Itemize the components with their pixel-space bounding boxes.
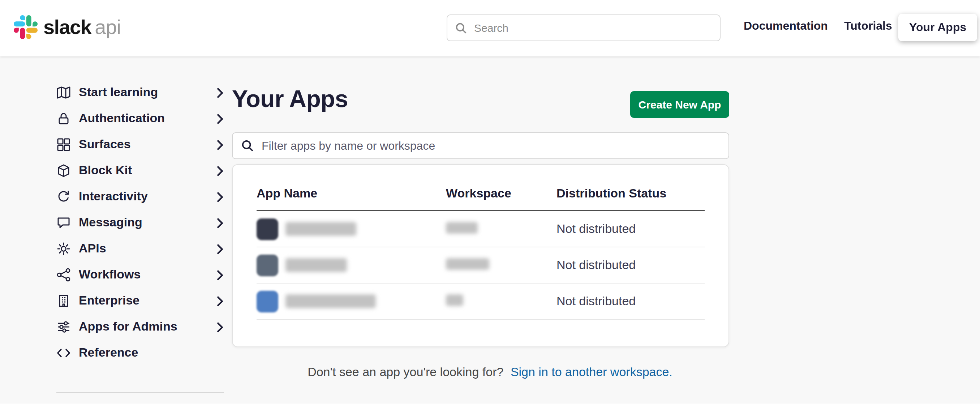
slack-api-logo[interactable]: slack api [14, 15, 121, 39]
sidebar-item-reference[interactable]: Reference [56, 340, 224, 366]
gear-icon [56, 242, 71, 256]
chevron-right-icon [216, 87, 224, 98]
sidebar-item-surfaces[interactable]: Surfaces [56, 132, 224, 158]
col-header-app-name: App Name [256, 187, 446, 201]
search-icon [455, 22, 467, 33]
table-row[interactable]: Not distributed [256, 284, 705, 320]
sidebar-item-label: Reference [79, 346, 224, 360]
sidebar-item-apis[interactable]: APIs [56, 236, 224, 262]
sidebar-item-label: Workflows [79, 268, 208, 282]
footer-prompt: Don't see an app you're looking for? [307, 365, 503, 379]
sliders-icon [56, 320, 71, 334]
sidebar: Start learning Authentication [56, 80, 224, 366]
app-icon [256, 290, 278, 312]
chevron-right-icon [216, 139, 224, 150]
sidebar-item-label: Surfaces [79, 137, 208, 152]
sidebar-item-label: Interactivity [79, 190, 208, 204]
chevron-right-icon [216, 269, 224, 280]
chevron-right-icon [216, 165, 224, 176]
footer-band [0, 403, 980, 413]
page: slack api Documentation Tutorials Your A… [0, 0, 980, 413]
distribution-status: Not distributed [557, 258, 705, 272]
table-header-row: App Name Workspace Distribution Status [256, 165, 705, 211]
app-icon [256, 254, 278, 276]
filter-search-icon [242, 140, 254, 152]
redacted-app-name [285, 258, 347, 272]
col-header-workspace: Workspace [446, 187, 557, 201]
sidebar-item-label: Authentication [79, 112, 208, 126]
table-row[interactable]: Not distributed [256, 247, 705, 284]
chevron-right-icon [216, 243, 224, 254]
sidebar-item-label: Start learning [79, 85, 208, 100]
chevron-right-icon [216, 113, 224, 124]
filter-apps-input[interactable] [260, 139, 720, 153]
workflow-icon [56, 268, 71, 282]
sidebar-item-workflows[interactable]: Workflows [56, 262, 224, 288]
sidebar-item-messaging[interactable]: Messaging [56, 210, 224, 236]
chevron-right-icon [216, 191, 224, 202]
logo-text: slack [43, 16, 91, 39]
apps-table-card: App Name Workspace Distribution Status N… [232, 164, 729, 347]
redacted-workspace [446, 294, 463, 306]
filter-apps-box[interactable] [232, 132, 729, 159]
code-icon [56, 346, 71, 360]
grid-icon [56, 137, 71, 152]
interactivity-icon [56, 190, 71, 204]
global-search[interactable] [447, 14, 721, 41]
sidebar-item-apps-for-admins[interactable]: Apps for Admins [56, 314, 224, 340]
footer-note: Don't see an app you're looking for? Sig… [0, 365, 980, 380]
sidebar-item-label: Messaging [79, 215, 208, 230]
top-header: slack api Documentation Tutorials Your A… [0, 0, 980, 56]
sidebar-item-label: APIs [79, 242, 208, 256]
redacted-workspace [446, 258, 489, 269]
sidebar-item-label: Enterprise [79, 293, 208, 308]
blocks-icon [56, 163, 71, 178]
chevron-right-icon [216, 295, 224, 306]
slack-logo-icon [14, 15, 38, 39]
lock-icon [56, 112, 71, 126]
distribution-status: Not distributed [557, 222, 705, 236]
sidebar-item-block-kit[interactable]: Block Kit [56, 158, 224, 184]
logo-suffix: api [95, 16, 121, 39]
page-title: Your Apps [232, 85, 348, 113]
redacted-workspace [446, 222, 478, 233]
redacted-app-name [285, 294, 376, 308]
chat-icon [56, 215, 71, 230]
sidebar-item-interactivity[interactable]: Interactivity [56, 184, 224, 210]
nav-tutorials[interactable]: Tutorials [844, 19, 892, 33]
sidebar-item-enterprise[interactable]: Enterprise [56, 288, 224, 314]
sidebar-item-label: Block Kit [79, 163, 208, 178]
search-input[interactable] [473, 21, 712, 35]
nav-your-apps-button[interactable]: Your Apps [898, 14, 977, 41]
app-icon [256, 218, 278, 240]
redacted-app-name [285, 222, 356, 236]
sidebar-divider [56, 392, 224, 393]
building-icon [56, 293, 71, 308]
sidebar-item-start-learning[interactable]: Start learning [56, 80, 224, 105]
map-icon [56, 85, 71, 100]
sidebar-item-label: Apps for Admins [79, 320, 208, 334]
chevron-right-icon [216, 217, 224, 228]
sign-in-workspace-link[interactable]: Sign in to another workspace. [511, 365, 673, 379]
create-new-app-button[interactable]: Create New App [630, 91, 729, 118]
chevron-right-icon [216, 322, 224, 332]
distribution-status: Not distributed [557, 294, 705, 308]
col-header-distribution-status: Distribution Status [557, 187, 705, 201]
nav-documentation[interactable]: Documentation [744, 19, 828, 33]
sidebar-item-authentication[interactable]: Authentication [56, 105, 224, 132]
table-row[interactable]: Not distributed [256, 211, 705, 247]
